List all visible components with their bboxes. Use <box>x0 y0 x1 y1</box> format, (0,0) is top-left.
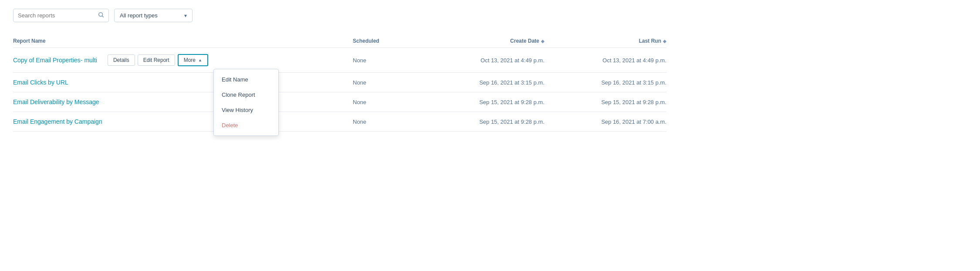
search-input[interactable] <box>18 12 98 19</box>
chevron-up-icon: ▲ <box>198 58 202 62</box>
sort-icon-lastrun[interactable]: ◆ <box>663 39 666 44</box>
search-box[interactable] <box>13 9 109 22</box>
svg-line-1 <box>102 16 103 17</box>
col-create-date-1: Oct 13, 2021 at 4:49 p.m. <box>422 57 544 64</box>
col-header-create-date: Create Date ◆ <box>422 38 544 44</box>
toolbar: All report types ▾ <box>13 9 666 22</box>
table-container: Report Name Scheduled Create Date ◆ Last… <box>13 34 666 132</box>
col-header-scheduled: Scheduled <box>353 38 422 44</box>
row-actions-1: Details Edit Report More ▲ <box>108 54 208 66</box>
dropdown-menu: Edit Name Clone Report View History Dele… <box>213 69 279 136</box>
dropdown-item-edit-name[interactable]: Edit Name <box>214 72 278 87</box>
filter-label: All report types <box>120 12 158 19</box>
col-create-date-4: Sep 15, 2021 at 9:28 p.m. <box>422 119 544 125</box>
dropdown-item-delete[interactable]: Delete <box>214 118 278 133</box>
report-name-cell-4: Email Engagement by Campaign <box>13 118 353 125</box>
col-create-date-3: Sep 15, 2021 at 9:28 p.m. <box>422 99 544 105</box>
col-last-run-4: Sep 16, 2021 at 7:00 a.m. <box>544 119 666 125</box>
col-scheduled-4: None <box>353 119 422 125</box>
table-row: Copy of Email Properties- multi Details … <box>13 48 666 73</box>
dropdown-item-clone[interactable]: Clone Report <box>214 87 278 102</box>
col-last-run-1: Oct 13, 2021 at 4:49 p.m. <box>544 57 666 64</box>
table-row: Email Deliverability by Message None Sep… <box>13 92 666 112</box>
dropdown-item-history[interactable]: View History <box>214 102 278 118</box>
edit-report-button[interactable]: Edit Report <box>138 54 175 66</box>
search-icon <box>98 12 104 19</box>
report-link-4[interactable]: Email Engagement by Campaign <box>13 118 102 125</box>
report-name-cell: Copy of Email Properties- multi Details … <box>13 54 353 66</box>
report-link-1[interactable]: Copy of Email Properties- multi <box>13 57 97 64</box>
report-link-2[interactable]: Email Clicks by URL <box>13 79 68 86</box>
details-button[interactable]: Details <box>108 54 135 66</box>
report-link-3[interactable]: Email Deliverability by Message <box>13 98 99 105</box>
col-create-date-2: Sep 16, 2021 at 3:15 p.m. <box>422 79 544 86</box>
col-last-run-2: Sep 16, 2021 at 3:15 p.m. <box>544 79 666 86</box>
table-row: Email Clicks by URL None Sep 16, 2021 at… <box>13 73 666 92</box>
col-scheduled-3: None <box>353 99 422 105</box>
filter-dropdown[interactable]: All report types ▾ <box>114 9 193 22</box>
col-header-last-run: Last Run ◆ <box>544 38 666 44</box>
col-last-run-3: Sep 15, 2021 at 9:28 p.m. <box>544 99 666 105</box>
report-name-cell-3: Email Deliverability by Message <box>13 98 353 105</box>
col-header-name: Report Name <box>13 38 353 44</box>
report-name-cell-2: Email Clicks by URL <box>13 79 353 86</box>
more-button[interactable]: More ▲ <box>178 54 208 66</box>
table-header: Report Name Scheduled Create Date ◆ Last… <box>13 34 666 48</box>
col-scheduled-1: None <box>353 57 422 64</box>
sort-icon-create[interactable]: ◆ <box>541 39 544 44</box>
page-wrapper: All report types ▾ Report Name Scheduled… <box>0 0 679 140</box>
col-scheduled-2: None <box>353 79 422 86</box>
table-row: Email Engagement by Campaign None Sep 15… <box>13 112 666 132</box>
chevron-down-icon: ▾ <box>184 13 187 19</box>
